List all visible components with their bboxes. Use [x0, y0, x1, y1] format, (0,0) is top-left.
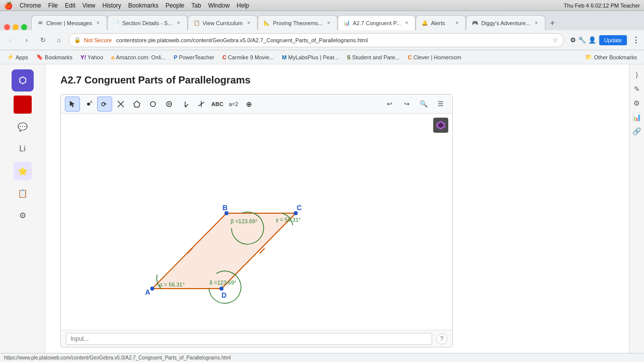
rs-icon-5[interactable]: 🔗: [631, 126, 642, 137]
macos-right-info: Thu Feb 4 6:02:12 PM Teacher: [564, 3, 640, 9]
gg-tool-perpendicular[interactable]: [194, 97, 209, 112]
tab-close-curriculum[interactable]: ×: [245, 20, 252, 27]
tab-section[interactable]: 📄 Section Details - S... ×: [107, 15, 188, 30]
tab-proving[interactable]: 📐 Proving Theorems... ×: [258, 15, 338, 30]
address-box[interactable]: 🔒 Not Secure contentstore.ple.platoweb.c…: [68, 33, 564, 47]
gg-search-button[interactable]: 🔍: [416, 97, 431, 112]
bm-student[interactable]: S Student and Pare...: [344, 53, 403, 61]
macos-top-bar: 🍎 Chrome File Edit View History Bookmark…: [0, 0, 644, 11]
gg-tool-select[interactable]: [65, 97, 80, 112]
recording-indicator[interactable]: [14, 96, 32, 114]
home-button[interactable]: ⌂: [52, 34, 65, 47]
tab-label-diggy: Diggy's Adventure...: [481, 20, 530, 26]
gg-tool-point[interactable]: A: [81, 97, 96, 112]
tab-close-diggy[interactable]: ×: [533, 20, 540, 27]
svg-point-8: [168, 103, 170, 105]
svg-marker-5: [134, 101, 140, 107]
window-close-btn[interactable]: [4, 24, 10, 30]
svg-text:γ = 56.31°: γ = 56.31°: [276, 217, 301, 223]
gg-tool-slider[interactable]: a=2: [226, 97, 241, 112]
geogebra-canvas[interactable]: A B C D β =123.69° γ = 56.31° α = 56.31°: [61, 114, 452, 330]
sidebar-settings-icon[interactable]: ⚙: [14, 206, 32, 224]
geogebra-help-button[interactable]: ?: [436, 333, 447, 344]
svg-point-27: [219, 287, 223, 291]
menu-help[interactable]: Help: [236, 2, 249, 9]
gg-menu-button[interactable]: ☰: [433, 97, 448, 112]
gg-tool-angle[interactable]: [178, 97, 193, 112]
tab-geogebra[interactable]: 📊 A2.7 Congruent P... ×: [338, 15, 416, 30]
datetime-display: Thu Feb 4 6:02:12 PM Teacher: [564, 3, 640, 9]
sidebar-messages-icon[interactable]: 💬: [14, 118, 32, 136]
bm-amazon[interactable]: a Amazon.com: Onli...: [108, 53, 169, 61]
gg-tool-text[interactable]: ABC: [210, 97, 225, 112]
gg-tool-ellipse[interactable]: [162, 97, 177, 112]
tab-close-alerts[interactable]: ×: [453, 20, 460, 27]
back-button[interactable]: ‹: [4, 34, 17, 47]
geogebra-input[interactable]: [66, 333, 432, 345]
tab-curriculum[interactable]: 📋 View Curriculum ×: [188, 15, 258, 30]
forward-button[interactable]: ›: [20, 34, 33, 47]
bm-powerteacher[interactable]: P PowerTeacher: [171, 53, 217, 61]
bm-clever-icon: C: [408, 54, 412, 60]
bm-apps[interactable]: ⚡ Apps: [4, 53, 31, 61]
bookmark-star-icon[interactable]: ☆: [552, 36, 558, 44]
sidebar-profile-icon[interactable]: Li: [14, 140, 32, 158]
reload-button[interactable]: ↻: [36, 34, 49, 47]
gg-tool-move[interactable]: ⟳: [97, 97, 112, 112]
menu-tab[interactable]: Tab: [191, 2, 201, 9]
menu-window[interactable]: Window: [208, 2, 230, 9]
svg-text:B: B: [222, 204, 227, 212]
tab-close-geogebra[interactable]: ×: [403, 20, 410, 27]
rs-icon-4[interactable]: 📊: [631, 112, 642, 123]
ext-icon-2[interactable]: 🔧: [578, 36, 586, 44]
gg-tool-move-view[interactable]: ⊕: [242, 97, 257, 112]
svg-text:C: C: [297, 204, 302, 212]
menu-history[interactable]: History: [103, 2, 121, 9]
parallelogram-drawing: A B C D β =123.69° γ = 56.31° α = 56.31°: [61, 114, 452, 330]
tab-close-proving[interactable]: ×: [325, 20, 332, 27]
ext-icon-3[interactable]: 👤: [588, 36, 596, 44]
sidebar-star-icon[interactable]: ⭐: [14, 162, 32, 180]
menu-view[interactable]: View: [83, 2, 96, 9]
sidebar-logo[interactable]: ⬡: [12, 69, 34, 92]
menu-file[interactable]: File: [48, 2, 58, 9]
chrome-menu-icon[interactable]: ⋮: [632, 35, 640, 45]
bm-other[interactable]: 📁 Other Bookmarks: [582, 53, 640, 61]
menu-bookmarks[interactable]: Bookmarks: [128, 2, 158, 9]
tab-close-clever[interactable]: ×: [95, 20, 102, 27]
new-tab-button[interactable]: +: [545, 16, 559, 30]
tab-clever[interactable]: ✉ Clever | Messages ×: [31, 15, 107, 30]
rs-icon-3[interactable]: ⚙: [631, 98, 642, 109]
gg-undo-button[interactable]: ↩: [382, 97, 397, 112]
window-minimize-btn[interactable]: [13, 24, 19, 30]
tab-alerts[interactable]: 🔔 Alerts ×: [416, 15, 466, 30]
window-maximize-btn[interactable]: [21, 24, 27, 30]
gg-tool-polygon[interactable]: [129, 97, 144, 112]
bm-bookmarks-icon: 🔖: [36, 54, 43, 60]
tab-label-clever: Clever | Messages: [46, 20, 92, 26]
svg-text:δ =123.69°: δ =123.69°: [209, 280, 236, 286]
tab-close-section[interactable]: ×: [175, 20, 182, 27]
gg-tool-intersect[interactable]: [113, 97, 128, 112]
menu-edit[interactable]: Edit: [65, 2, 75, 9]
bm-mylabs[interactable]: M MyLabsPlus | Pear...: [279, 53, 342, 61]
bm-bookmarks[interactable]: 🔖 Bookmarks: [33, 53, 75, 61]
bm-yahoo[interactable]: Y! Yahoo: [77, 53, 106, 61]
gg-redo-button[interactable]: ↪: [399, 97, 414, 112]
rs-icon-1[interactable]: ⟩: [631, 69, 642, 80]
bm-carmike-label: Carmike 9 Movie...: [228, 54, 274, 60]
menu-chrome[interactable]: Chrome: [20, 2, 41, 9]
bm-carmike[interactable]: C Carmike 9 Movie...: [219, 53, 277, 61]
menu-people[interactable]: People: [166, 2, 184, 9]
bm-clever[interactable]: C Clever | Homeroom: [405, 53, 464, 61]
sidebar-tasks-icon[interactable]: 📋: [14, 184, 32, 202]
update-button[interactable]: Update: [599, 35, 627, 45]
rs-icon-2[interactable]: ✎: [631, 83, 642, 95]
apple-icon[interactable]: 🍎: [4, 2, 13, 10]
gg-tool-circle[interactable]: [145, 97, 160, 112]
bm-yahoo-label: Yahoo: [88, 54, 103, 60]
ext-icon-1[interactable]: ⚙: [570, 36, 576, 44]
url-text[interactable]: contentstore.ple.platoweb.com/content/Ge…: [116, 37, 549, 43]
svg-point-26: [294, 211, 298, 215]
tab-diggy[interactable]: 🎮 Diggy's Adventure... ×: [466, 15, 545, 30]
